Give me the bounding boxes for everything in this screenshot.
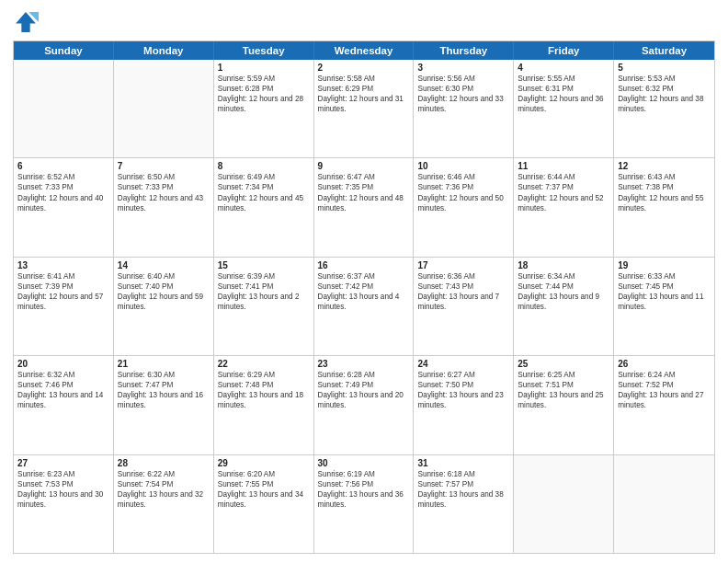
daylight-text: Daylight: 13 hours and 14 minutes.: [17, 390, 109, 410]
daylight-text: Daylight: 12 hours and 36 minutes.: [518, 94, 609, 114]
daylight-text: Daylight: 13 hours and 25 minutes.: [518, 390, 609, 410]
sunrise-text: Sunrise: 6:50 AM: [118, 172, 210, 182]
sunset-text: Sunset: 6:29 PM: [318, 84, 410, 94]
logo: [13, 9, 42, 35]
sunrise-text: Sunrise: 6:22 AM: [118, 469, 210, 479]
day-number: 2: [318, 63, 410, 73]
daylight-text: Daylight: 12 hours and 48 minutes.: [318, 193, 410, 213]
sunrise-text: Sunrise: 6:49 AM: [218, 172, 310, 182]
daylight-text: Daylight: 13 hours and 9 minutes.: [518, 292, 609, 312]
sunrise-text: Sunrise: 6:52 AM: [17, 172, 109, 182]
daylight-text: Daylight: 12 hours and 55 minutes.: [618, 193, 711, 213]
cal-cell: 31Sunrise: 6:18 AMSunset: 7:57 PMDayligh…: [414, 455, 514, 553]
sunrise-text: Sunrise: 6:43 AM: [618, 172, 711, 182]
day-number: 18: [518, 260, 609, 270]
day-number: 11: [518, 161, 609, 171]
daylight-text: Daylight: 12 hours and 31 minutes.: [318, 94, 410, 114]
cal-week-4: 20Sunrise: 6:32 AMSunset: 7:46 PMDayligh…: [14, 355, 714, 454]
sunrise-text: Sunrise: 6:37 AM: [318, 271, 410, 282]
day-number: 17: [417, 260, 509, 270]
sunrise-text: Sunrise: 6:32 AM: [17, 370, 109, 380]
calendar-header-row: SundayMondayTuesdayWednesdayThursdayFrid…: [14, 41, 714, 60]
header: [13, 9, 715, 35]
sunset-text: Sunset: 6:32 PM: [618, 84, 711, 94]
sunrise-text: Sunrise: 6:44 AM: [518, 172, 609, 182]
sunrise-text: Sunrise: 6:18 AM: [417, 469, 509, 479]
cal-header-saturday: Saturday: [614, 41, 714, 60]
daylight-text: Daylight: 13 hours and 36 minutes.: [318, 489, 410, 510]
day-number: 16: [318, 260, 410, 270]
sunset-text: Sunset: 7:36 PM: [417, 182, 509, 192]
day-number: 4: [518, 63, 609, 73]
day-number: 25: [518, 359, 609, 369]
daylight-text: Daylight: 12 hours and 59 minutes.: [118, 292, 210, 312]
sunrise-text: Sunrise: 6:46 AM: [417, 172, 509, 182]
sunrise-text: Sunrise: 6:33 AM: [618, 271, 711, 282]
daylight-text: Daylight: 13 hours and 2 minutes.: [218, 292, 310, 312]
cal-cell: 7Sunrise: 6:50 AMSunset: 7:33 PMDaylight…: [114, 158, 214, 256]
daylight-text: Daylight: 12 hours and 52 minutes.: [518, 193, 609, 213]
daylight-text: Daylight: 13 hours and 30 minutes.: [17, 489, 109, 510]
sunrise-text: Sunrise: 5:58 AM: [318, 74, 410, 84]
day-number: 26: [618, 359, 711, 369]
cal-cell: [514, 455, 614, 553]
day-number: 5: [618, 63, 711, 73]
sunrise-text: Sunrise: 6:29 AM: [218, 370, 310, 380]
day-number: 12: [618, 161, 711, 171]
cal-cell: 5Sunrise: 5:53 AMSunset: 6:32 PMDaylight…: [614, 60, 714, 157]
day-number: 30: [318, 458, 410, 468]
calendar: SundayMondayTuesdayWednesdayThursdayFrid…: [13, 40, 715, 554]
cal-cell: 21Sunrise: 6:30 AMSunset: 7:47 PMDayligh…: [114, 356, 214, 454]
page: SundayMondayTuesdayWednesdayThursdayFrid…: [0, 0, 728, 563]
sunset-text: Sunset: 7:51 PM: [518, 380, 609, 390]
cal-week-2: 6Sunrise: 6:52 AMSunset: 7:33 PMDaylight…: [14, 157, 714, 256]
cal-cell: 4Sunrise: 5:55 AMSunset: 6:31 PMDaylight…: [514, 60, 614, 157]
cal-cell: 16Sunrise: 6:37 AMSunset: 7:42 PMDayligh…: [314, 258, 415, 355]
cal-cell: 28Sunrise: 6:22 AMSunset: 7:54 PMDayligh…: [114, 455, 214, 553]
sunrise-text: Sunrise: 5:55 AM: [518, 74, 609, 84]
cal-cell: 30Sunrise: 6:19 AMSunset: 7:56 PMDayligh…: [314, 455, 415, 553]
daylight-text: Daylight: 12 hours and 28 minutes.: [218, 94, 310, 114]
cal-cell: 2Sunrise: 5:58 AMSunset: 6:29 PMDaylight…: [314, 60, 415, 157]
sunrise-text: Sunrise: 5:59 AM: [218, 74, 310, 84]
sunset-text: Sunset: 6:28 PM: [218, 84, 310, 94]
day-number: 8: [218, 161, 310, 171]
daylight-text: Daylight: 13 hours and 34 minutes.: [218, 489, 310, 510]
sunset-text: Sunset: 7:48 PM: [218, 380, 310, 390]
sunset-text: Sunset: 7:49 PM: [318, 380, 410, 390]
sunset-text: Sunset: 7:39 PM: [17, 282, 109, 292]
sunrise-text: Sunrise: 6:19 AM: [318, 469, 410, 479]
day-number: 29: [218, 458, 310, 468]
cal-week-5: 27Sunrise: 6:23 AMSunset: 7:53 PMDayligh…: [14, 454, 714, 553]
cal-cell: 9Sunrise: 6:47 AMSunset: 7:35 PMDaylight…: [314, 158, 415, 256]
cal-cell: 29Sunrise: 6:20 AMSunset: 7:55 PMDayligh…: [214, 455, 314, 553]
cal-cell: 23Sunrise: 6:28 AMSunset: 7:49 PMDayligh…: [314, 356, 415, 454]
sunset-text: Sunset: 7:42 PM: [318, 282, 410, 292]
cal-cell: 8Sunrise: 6:49 AMSunset: 7:34 PMDaylight…: [214, 158, 314, 256]
cal-week-1: 1Sunrise: 5:59 AMSunset: 6:28 PMDaylight…: [14, 60, 714, 157]
cal-cell: 18Sunrise: 6:34 AMSunset: 7:44 PMDayligh…: [514, 258, 614, 355]
cal-cell: 11Sunrise: 6:44 AMSunset: 7:37 PMDayligh…: [514, 158, 614, 256]
sunset-text: Sunset: 6:30 PM: [417, 84, 509, 94]
sunset-text: Sunset: 7:34 PM: [218, 182, 310, 192]
cal-cell: 20Sunrise: 6:32 AMSunset: 7:46 PMDayligh…: [14, 356, 114, 454]
daylight-text: Daylight: 13 hours and 11 minutes.: [618, 292, 711, 312]
day-number: 3: [417, 63, 509, 73]
cal-cell: 17Sunrise: 6:36 AMSunset: 7:43 PMDayligh…: [414, 258, 514, 355]
sunset-text: Sunset: 7:40 PM: [118, 282, 210, 292]
daylight-text: Daylight: 12 hours and 45 minutes.: [218, 193, 310, 213]
daylight-text: Daylight: 13 hours and 16 minutes.: [118, 390, 210, 410]
sunset-text: Sunset: 7:54 PM: [118, 479, 210, 489]
sunrise-text: Sunrise: 6:28 AM: [318, 370, 410, 380]
day-number: 15: [218, 260, 310, 270]
sunset-text: Sunset: 7:53 PM: [17, 479, 109, 489]
daylight-text: Daylight: 13 hours and 27 minutes.: [618, 390, 711, 410]
sunrise-text: Sunrise: 6:20 AM: [218, 469, 310, 479]
daylight-text: Daylight: 13 hours and 18 minutes.: [218, 390, 310, 410]
day-number: 1: [218, 63, 310, 73]
daylight-text: Daylight: 12 hours and 40 minutes.: [17, 193, 109, 213]
day-number: 13: [17, 260, 109, 270]
cal-cell: 22Sunrise: 6:29 AMSunset: 7:48 PMDayligh…: [214, 356, 314, 454]
cal-cell: 14Sunrise: 6:40 AMSunset: 7:40 PMDayligh…: [114, 258, 214, 355]
daylight-text: Daylight: 13 hours and 23 minutes.: [417, 390, 509, 410]
